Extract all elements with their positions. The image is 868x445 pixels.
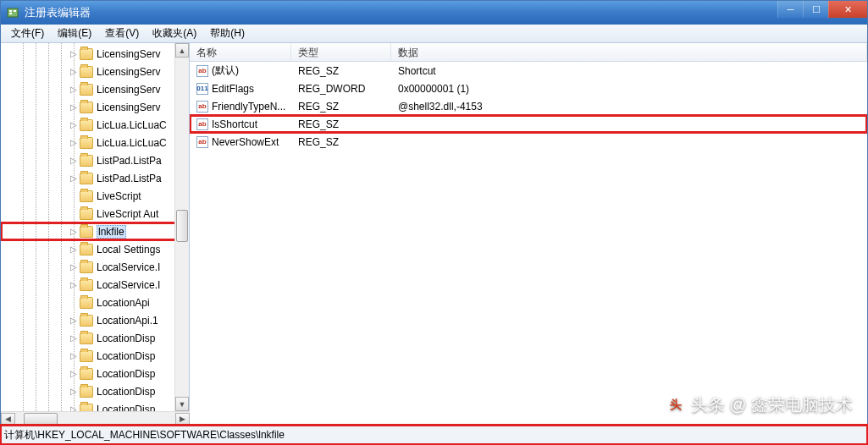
- tree-item-licensingserv[interactable]: ▷LicensingServ: [1, 45, 179, 63]
- expander-icon[interactable]: ▷: [69, 49, 79, 58]
- tree-item-localservice-i[interactable]: ▷LocalService.I: [1, 276, 179, 294]
- expander-icon[interactable]: ▷: [69, 120, 79, 129]
- tree-item-locationdisp[interactable]: ▷LocationDisp: [1, 382, 179, 400]
- folder-icon: [80, 368, 93, 380]
- list-body: ab(默认)REG_SZShortcut011EditFlagsREG_DWOR…: [190, 62, 867, 411]
- expander-icon[interactable]: ▷: [69, 351, 79, 360]
- menu-view[interactable]: 查看(V): [98, 25, 146, 42]
- statusbar: 计算机\HKEY_LOCAL_MACHINE\SOFTWARE\Classes\…: [1, 426, 867, 444]
- list-pane[interactable]: 名称 类型 数据 ab(默认)REG_SZShortcut011EditFlag…: [190, 43, 867, 411]
- tree-item-liclua-licluac[interactable]: ▷LicLua.LicLuaC: [1, 116, 179, 134]
- tree-item-listpad-listpa[interactable]: ▷ListPad.ListPa: [1, 169, 179, 187]
- value-row[interactable]: abNeverShowExtREG_SZ: [190, 133, 867, 151]
- tree-item-livescript[interactable]: LiveScript: [1, 187, 179, 205]
- value-row[interactable]: ab(默认)REG_SZShortcut: [190, 62, 867, 80]
- scroll-thumb[interactable]: [176, 210, 188, 242]
- maximize-button[interactable]: ☐: [803, 1, 828, 18]
- scroll-up-icon[interactable]: ▲: [175, 43, 189, 58]
- expander-icon[interactable]: ▷: [69, 156, 79, 165]
- tree-hscrollbar[interactable]: ◀ ▶: [1, 411, 190, 426]
- regedit-window: 注册表编辑器 ─ ☐ ✕ 文件(F) 编辑(E) 查看(V) 收藏夹(A) 帮助…: [0, 0, 868, 445]
- expander-icon[interactable]: ▷: [69, 138, 79, 147]
- col-header-data[interactable]: 数据: [391, 43, 867, 61]
- binary-value-icon: 011: [196, 83, 208, 95]
- folder-icon: [80, 66, 93, 78]
- value-name: IsShortcut: [212, 118, 257, 130]
- tree-item-listpad-listpa[interactable]: ▷ListPad.ListPa: [1, 151, 179, 169]
- tree-item-localservice-i[interactable]: ▷LocalService.I: [1, 258, 179, 276]
- value-row[interactable]: abFriendlyTypeN...REG_SZ@shell32.dll,-41…: [190, 97, 867, 115]
- scroll-right-icon[interactable]: ▶: [175, 413, 190, 426]
- folder-icon: [80, 386, 93, 398]
- tree-item-locationdisp[interactable]: ▷LocationDisp: [1, 329, 179, 347]
- expander-icon[interactable]: ▷: [69, 333, 79, 343]
- expander-icon[interactable]: ▷: [69, 404, 79, 411]
- tree-item-label: ListPad.ListPa: [97, 155, 162, 167]
- tree-item-label: LocalService.I: [97, 279, 160, 291]
- titlebar[interactable]: 注册表编辑器 ─ ☐ ✕: [1, 1, 867, 25]
- expander-icon[interactable]: ▷: [69, 316, 79, 325]
- expander-icon[interactable]: ▷: [69, 67, 79, 76]
- tree-item-label: LocationDisp: [97, 386, 155, 398]
- tree-item-locationdisp[interactable]: ▷LocationDisp: [1, 400, 179, 411]
- tree-item-liclua-licluac[interactable]: ▷LicLua.LicLuaC: [1, 134, 179, 151]
- tree-item-licensingserv[interactable]: ▷LicensingServ: [1, 98, 179, 116]
- folder-icon: [80, 119, 93, 131]
- expander-icon[interactable]: ▷: [69, 173, 79, 183]
- value-name: (默认): [212, 63, 239, 78]
- value-type: REG_DWORD: [291, 83, 391, 95]
- expander-icon[interactable]: ▷: [69, 280, 79, 289]
- expander-icon[interactable]: ▷: [69, 369, 79, 378]
- tree-item-label: LicensingServ: [97, 84, 160, 96]
- folder-icon: [80, 350, 93, 362]
- value-name: EditFlags: [212, 83, 254, 95]
- svg-rect-1: [9, 10, 12, 12]
- tree-item-label: ListPad.ListPa: [97, 173, 162, 184]
- folder-icon: [80, 190, 93, 202]
- svg-rect-2: [9, 13, 12, 14]
- tree-item-locationdisp[interactable]: ▷LocationDisp: [1, 347, 179, 365]
- tree-item-label: LiveScript: [97, 190, 141, 202]
- folder-icon: [80, 244, 93, 255]
- value-data: @shell32.dll,-4153: [391, 101, 867, 113]
- tree-item-livescript-aut[interactable]: LiveScript Aut: [1, 205, 179, 222]
- folder-icon: [80, 297, 93, 309]
- folder-icon: [80, 332, 93, 344]
- scroll-left-icon[interactable]: ◀: [1, 413, 15, 426]
- tree-item-label: LicensingServ: [97, 102, 160, 113]
- tree-item-locationapi[interactable]: LocationApi: [1, 294, 179, 311]
- tree-item-locationapi-1[interactable]: ▷LocationApi.1: [1, 311, 179, 329]
- hscroll-thumb[interactable]: [24, 413, 58, 426]
- tree-item-label: LicensingServ: [97, 48, 160, 60]
- tree-item-lnkfile[interactable]: ▷lnkfile: [1, 222, 179, 240]
- folder-icon: [80, 155, 93, 167]
- col-header-type[interactable]: 类型: [291, 43, 391, 61]
- value-row[interactable]: abIsShortcutREG_SZ: [190, 115, 867, 133]
- expander-icon[interactable]: ▷: [69, 102, 79, 112]
- scroll-down-icon[interactable]: ▼: [175, 397, 189, 411]
- menu-favorites[interactable]: 收藏夹(A): [146, 25, 203, 42]
- menu-help[interactable]: 帮助(H): [203, 25, 252, 42]
- folder-icon: [80, 137, 93, 149]
- tree-pane[interactable]: ▷LicensingServ▷LicensingServ▷LicensingSe…: [1, 43, 190, 411]
- menu-edit[interactable]: 编辑(E): [51, 25, 98, 42]
- value-row[interactable]: 011EditFlagsREG_DWORD0x00000001 (1): [190, 80, 867, 97]
- tree-vscrollbar[interactable]: ▲ ▼: [174, 43, 189, 411]
- minimize-button[interactable]: ─: [777, 1, 803, 18]
- expander-icon[interactable]: ▷: [69, 387, 79, 396]
- expander-icon[interactable]: ▷: [69, 227, 79, 236]
- value-type: REG_SZ: [291, 101, 391, 113]
- tree-item-label: LiveScript Aut: [97, 208, 158, 220]
- tree-item-licensingserv[interactable]: ▷LicensingServ: [1, 80, 179, 98]
- expander-icon[interactable]: ▷: [69, 244, 79, 254]
- close-button[interactable]: ✕: [828, 1, 867, 18]
- value-data: Shortcut: [391, 65, 867, 77]
- value-data: 0x00000001 (1): [391, 83, 867, 95]
- expander-icon[interactable]: ▷: [69, 85, 79, 94]
- tree-item-local-settings[interactable]: ▷Local Settings: [1, 240, 179, 258]
- tree-item-locationdisp[interactable]: ▷LocationDisp: [1, 365, 179, 382]
- menu-file[interactable]: 文件(F): [4, 25, 51, 42]
- tree-item-licensingserv[interactable]: ▷LicensingServ: [1, 63, 179, 80]
- col-header-name[interactable]: 名称: [190, 43, 291, 61]
- expander-icon[interactable]: ▷: [69, 262, 79, 272]
